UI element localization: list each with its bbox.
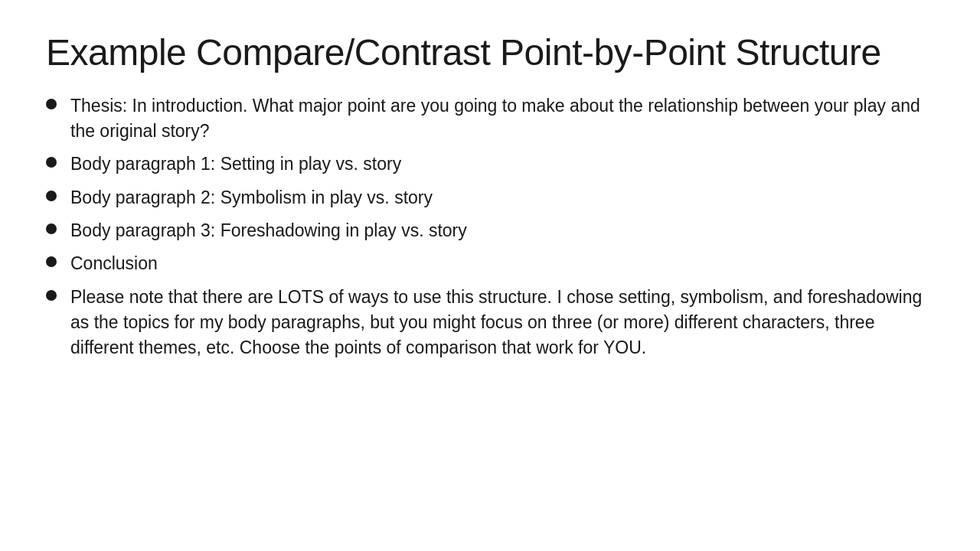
bullet-dot-icon	[46, 157, 57, 168]
bullet-item-conclusion: Conclusion	[46, 251, 934, 276]
bullet-dot-icon	[46, 191, 57, 201]
bullet-item-body3: Body paragraph 3: Foreshadowing in play …	[46, 218, 934, 243]
bullet-dot-icon	[46, 99, 57, 109]
bullet-text-thesis: Thesis: In introduction. What major poin…	[70, 93, 934, 145]
bullet-text-body3: Body paragraph 3: Foreshadowing in play …	[70, 218, 934, 243]
bullet-text-body2: Body paragraph 2: Symbolism in play vs. …	[70, 185, 934, 210]
bullet-dot-icon	[46, 256, 57, 267]
bullet-list: Thesis: In introduction. What major poin…	[46, 93, 934, 361]
bullet-dot-icon	[46, 223, 57, 234]
bullet-text-note: Please note that there are LOTS of ways …	[70, 285, 934, 361]
bullet-item-thesis: Thesis: In introduction. What major poin…	[46, 93, 934, 145]
bullet-item-body2: Body paragraph 2: Symbolism in play vs. …	[46, 185, 934, 210]
bullet-item-body1: Body paragraph 1: Setting in play vs. st…	[46, 152, 934, 177]
slide: Example Compare/Contrast Point-by-Point …	[0, 0, 980, 551]
bullet-text-conclusion: Conclusion	[70, 251, 934, 276]
bullet-text-body1: Body paragraph 1: Setting in play vs. st…	[70, 152, 934, 177]
bullet-dot-icon	[46, 290, 57, 301]
slide-title: Example Compare/Contrast Point-by-Point …	[46, 31, 934, 75]
bullet-item-note: Please note that there are LOTS of ways …	[46, 285, 934, 361]
